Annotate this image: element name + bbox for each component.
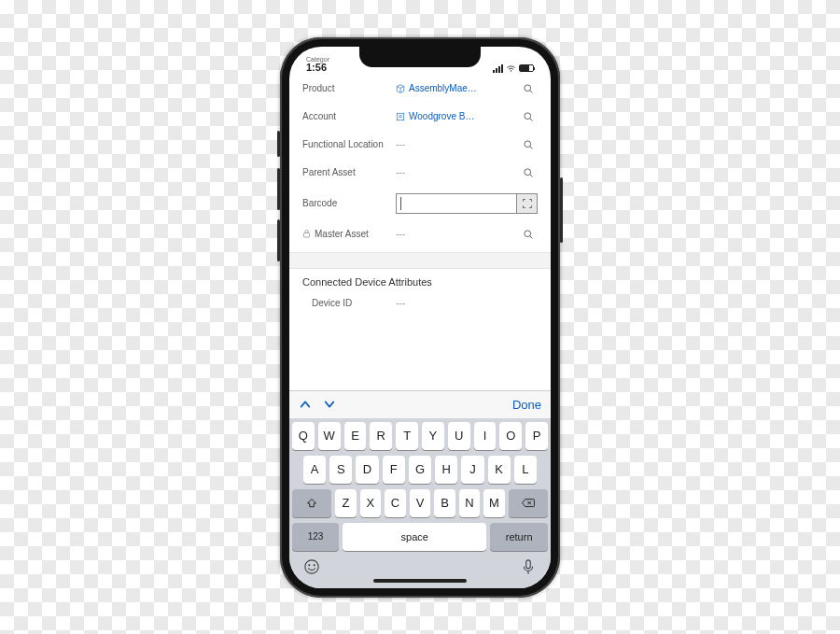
value-parent: --- (396, 167, 405, 177)
label-account: Account (302, 111, 396, 121)
label-product: Product (302, 83, 396, 93)
field-master: Master Asset --- (289, 220, 551, 248)
mic-icon[interactable] (520, 558, 537, 575)
lookup-parent[interactable] (519, 167, 538, 178)
key-row-2: ASDFGHJKL (292, 456, 548, 484)
key-k[interactable]: K (488, 456, 511, 484)
account-icon (396, 112, 405, 121)
svg-rect-18 (526, 559, 531, 568)
svg-point-15 (305, 559, 318, 572)
key-row-1: QWERTYUIOP (292, 422, 548, 450)
svg-point-13 (525, 230, 531, 236)
key-l[interactable]: L (514, 456, 537, 484)
section-title: Connected Device Attributes (289, 269, 551, 289)
svg-point-0 (511, 70, 511, 71)
key-u[interactable]: U (448, 422, 470, 450)
key-v[interactable]: V (410, 489, 431, 517)
notch (359, 47, 481, 67)
cube-icon (396, 84, 405, 93)
field-product[interactable]: Product AssemblyMae… (289, 75, 551, 103)
field-parent[interactable]: Parent Asset --- (289, 159, 551, 187)
form: Product AssemblyMae… Account Woodgrove B… (289, 75, 551, 390)
search-icon (523, 229, 534, 240)
shift-icon (306, 498, 317, 509)
svg-point-10 (525, 168, 531, 175)
value-location: --- (396, 139, 405, 149)
key-p[interactable]: P (525, 422, 548, 450)
key-m[interactable]: M (483, 489, 505, 517)
section-divider (289, 252, 551, 269)
key-j[interactable]: J (461, 456, 483, 484)
phone-frame: Categor 1:56 Product AssemblyMae… (280, 37, 560, 598)
search-icon (523, 83, 534, 94)
key-n[interactable]: N (459, 489, 481, 517)
key-t[interactable]: T (396, 422, 418, 450)
svg-point-8 (525, 140, 531, 147)
done-button[interactable]: Done (512, 398, 541, 412)
space-key[interactable]: space (343, 523, 486, 551)
key-i[interactable]: I (474, 422, 497, 450)
keyboard: QWERTYUIOP ASDFGHJKL ZXCVBNM 123 space r… (289, 418, 551, 588)
lookup-master[interactable] (519, 229, 538, 240)
label-parent: Parent Asset (302, 167, 396, 177)
key-row-3: ZXCVBNM (292, 489, 548, 517)
lookup-account[interactable] (519, 111, 538, 122)
field-location[interactable]: Functional Location --- (289, 131, 551, 159)
lock-icon (302, 229, 311, 239)
prev-field-icon[interactable] (299, 398, 312, 411)
field-device-id: Device ID --- (289, 289, 551, 317)
key-z[interactable]: Z (335, 489, 357, 517)
shift-key[interactable] (292, 489, 331, 517)
field-account[interactable]: Account Woodgrove B… (289, 103, 551, 131)
svg-line-7 (530, 118, 533, 120)
key-d[interactable]: D (356, 456, 378, 484)
key-o[interactable]: O (499, 422, 522, 450)
signal-icon (493, 64, 503, 73)
home-indicator[interactable] (373, 579, 467, 583)
search-icon (523, 111, 534, 122)
key-q[interactable]: Q (292, 422, 315, 450)
value-master: --- (396, 229, 405, 239)
search-icon (523, 167, 534, 178)
keyboard-accessory: Done (289, 390, 551, 418)
label-location: Functional Location (302, 139, 396, 149)
screen: Categor 1:56 Product AssemblyMae… (289, 47, 551, 588)
key-w[interactable]: W (318, 422, 341, 450)
lookup-product[interactable] (519, 83, 538, 94)
svg-rect-12 (304, 233, 310, 238)
key-b[interactable]: B (434, 489, 455, 517)
numbers-key[interactable]: 123 (292, 523, 339, 551)
key-e[interactable]: E (344, 422, 367, 450)
barcode-input[interactable] (396, 193, 517, 214)
svg-point-1 (525, 84, 531, 91)
svg-line-14 (530, 235, 533, 238)
search-icon (523, 139, 534, 150)
label-master: Master Asset (315, 229, 369, 239)
svg-point-17 (314, 564, 315, 565)
svg-point-16 (309, 564, 310, 565)
return-key[interactable]: return (490, 523, 548, 551)
backspace-icon (521, 498, 536, 508)
value-account[interactable]: Woodgrove B… (409, 111, 474, 121)
next-field-icon[interactable] (323, 398, 336, 411)
battery-icon (519, 64, 534, 72)
svg-point-6 (525, 112, 531, 119)
key-a[interactable]: A (303, 456, 326, 484)
key-f[interactable]: F (383, 456, 405, 484)
field-barcode[interactable]: Barcode (289, 187, 551, 220)
key-s[interactable]: S (329, 456, 352, 484)
key-h[interactable]: H (435, 456, 457, 484)
key-c[interactable]: C (385, 489, 406, 517)
barcode-scan-button[interactable] (517, 193, 538, 214)
backspace-key[interactable] (509, 489, 548, 517)
emoji-icon[interactable] (303, 558, 320, 575)
value-product[interactable]: AssemblyMae… (409, 83, 477, 93)
key-x[interactable]: X (360, 489, 382, 517)
key-r[interactable]: R (370, 422, 392, 450)
label-device-id: Device ID (302, 298, 396, 308)
scan-icon (522, 198, 533, 209)
key-y[interactable]: Y (422, 422, 444, 450)
status-time: 1:56 (306, 63, 329, 73)
key-g[interactable]: G (409, 456, 431, 484)
lookup-location[interactable] (519, 139, 538, 150)
